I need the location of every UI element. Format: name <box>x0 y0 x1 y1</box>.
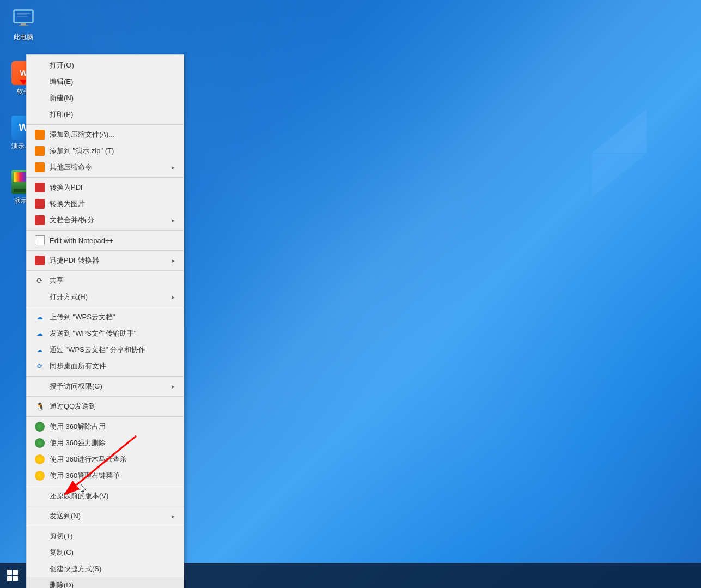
menu-to-pdf-label: 转换为PDF <box>50 183 176 192</box>
menu-add-zip-demo[interactable]: 添加到 "演示.zip" (T) <box>27 143 184 159</box>
sep10 <box>27 486 184 486</box>
svg-rect-10 <box>7 570 12 575</box>
pdf-icon-3 <box>34 215 45 226</box>
menu-360-manage[interactable]: 使用 360管理右键菜单 <box>27 468 184 484</box>
menu-send-to-label: 发送到(N) <box>50 511 170 521</box>
zip-icon-2 <box>34 146 45 156</box>
menu-add-zip[interactable]: 添加到压缩文件(A)... <box>27 126 184 143</box>
sync-icon: ⟳ <box>34 361 45 372</box>
menu-share-label: 共享 <box>50 276 176 286</box>
menu-share-wps[interactable]: ☁ 通过 "WPS云文档" 分享和协作 <box>27 342 184 358</box>
notepad-icon <box>34 235 45 246</box>
wps-cloud-icon-1: ☁ <box>34 312 45 323</box>
menu-copy-label: 复制(C) <box>50 548 176 557</box>
menu-upload-wps[interactable]: ☁ 上传到 "WPS云文档" <box>27 309 184 325</box>
grant-arrow: ► <box>170 384 176 390</box>
menu-360-free[interactable]: 使用 360解除占用 <box>27 419 184 435</box>
menu-upload-wps-label: 上传到 "WPS云文档" <box>50 312 176 322</box>
zip-arrow: ► <box>170 165 176 171</box>
restore-icon <box>34 490 45 501</box>
send-to-icon <box>34 511 45 522</box>
menu-edit-label: 编辑(E) <box>50 77 176 87</box>
menu-open-with[interactable]: 打开方式(H) ► <box>27 289 184 305</box>
menu-to-img[interactable]: 转换为图片 <box>27 196 184 212</box>
menu-360-delete[interactable]: 使用 360强力删除 <box>27 435 184 451</box>
shortcut-icon <box>34 563 45 574</box>
menu-cut[interactable]: 剪切(T) <box>27 528 184 544</box>
menu-new[interactable]: 新建(N) <box>27 90 184 106</box>
menu-merge-split[interactable]: 文档合并/拆分 ► <box>27 212 184 228</box>
360-green-icon-1 <box>34 421 45 432</box>
menu-add-zip-label: 添加到压缩文件(A)... <box>50 130 176 140</box>
grant-access-icon <box>34 381 45 392</box>
this-pc-label: 此电脑 <box>14 33 33 42</box>
menu-open[interactable]: 打开(O) <box>27 57 184 74</box>
menu-merge-split-label: 文档合并/拆分 <box>50 215 170 225</box>
wps-cloud-icon-2: ☁ <box>34 328 45 339</box>
menu-send-to[interactable]: 发送到(N) ► <box>27 508 184 524</box>
delete-icon <box>34 580 45 588</box>
sep3 <box>27 230 184 231</box>
sep1 <box>27 124 184 125</box>
xunlei-icon <box>34 255 45 266</box>
menu-more-zip[interactable]: 其他压缩命令 ► <box>27 159 184 175</box>
start-button[interactable] <box>0 563 25 588</box>
svg-rect-12 <box>7 576 12 581</box>
menu-xunlei-label: 迅捷PDF转换器 <box>50 256 170 265</box>
menu-notepad[interactable]: Edit with Notepad++ <box>27 232 184 248</box>
menu-new-label: 新建(N) <box>50 93 176 103</box>
menu-new-icon <box>34 93 45 104</box>
menu-edit-icon <box>34 76 45 87</box>
360-yellow-icon-2 <box>34 470 45 481</box>
menu-sync-desktop[interactable]: ⟳ 同步桌面所有文件 <box>27 358 184 374</box>
menu-print[interactable]: 打印(P) <box>27 106 184 123</box>
menu-more-zip-label: 其他压缩命令 <box>50 162 170 172</box>
menu-to-pdf[interactable]: 转换为PDF <box>27 179 184 196</box>
desktop: 此电脑 W 软件 W 演示.d... <box>0 0 701 588</box>
menu-open-with-label: 打开方式(H) <box>50 292 170 302</box>
pdf-icon-2 <box>34 198 45 209</box>
sep6 <box>27 307 184 307</box>
menu-send-wps[interactable]: ☁ 发送到 "WPS文件传输助手" <box>27 325 184 342</box>
sep8 <box>27 396 184 397</box>
pdf-icon-1 <box>34 182 45 193</box>
menu-xunlei[interactable]: 迅捷PDF转换器 ► <box>27 252 184 269</box>
menu-to-img-label: 转换为图片 <box>50 199 176 209</box>
menu-360-manage-label: 使用 360管理右键菜单 <box>50 471 176 481</box>
menu-grant-access-label: 授予访问权限(G) <box>50 381 170 391</box>
menu-share[interactable]: ⟳ 共享 <box>27 272 184 289</box>
menu-delete-label: 删除(D) <box>50 580 176 588</box>
sep9 <box>27 416 184 417</box>
menu-delete[interactable]: 删除(D) <box>27 577 184 588</box>
merge-arrow: ► <box>170 217 176 223</box>
menu-add-zip-demo-label: 添加到 "演示.zip" (T) <box>50 146 176 156</box>
sep2 <box>27 177 184 178</box>
menu-360-scan[interactable]: 使用 360进行木马云查杀 <box>27 451 184 468</box>
menu-360-free-label: 使用 360解除占用 <box>50 422 176 432</box>
menu-create-shortcut-label: 创建快捷方式(S) <box>50 564 176 574</box>
menu-create-shortcut[interactable]: 创建快捷方式(S) <box>27 561 184 577</box>
copy-icon <box>34 547 45 558</box>
zip-icon-3 <box>34 162 45 173</box>
svg-rect-6 <box>21 23 26 25</box>
svg-rect-7 <box>19 25 28 26</box>
menu-send-wps-label: 发送到 "WPS文件传输助手" <box>50 329 176 338</box>
svg-rect-11 <box>13 570 18 575</box>
cut-icon <box>34 531 45 542</box>
menu-open-label: 打开(O) <box>50 60 176 70</box>
menu-360-delete-label: 使用 360强力删除 <box>50 438 176 448</box>
svg-rect-13 <box>13 576 18 581</box>
sep7 <box>27 376 184 377</box>
menu-edit[interactable]: 编辑(E) <box>27 74 184 90</box>
zip-icon-1 <box>34 129 45 140</box>
menu-grant-access[interactable]: 授予访问权限(G) ► <box>27 378 184 395</box>
desktop-icon-this-pc[interactable]: 此电脑 <box>4 4 42 44</box>
windows-logo <box>7 569 19 581</box>
menu-restore[interactable]: 还原以前的版本(V) <box>27 488 184 504</box>
open-with-icon <box>34 292 45 302</box>
menu-copy[interactable]: 复制(C) <box>27 544 184 561</box>
computer-icon <box>11 7 35 31</box>
menu-notepad-label: Edit with Notepad++ <box>50 237 176 245</box>
menu-send-qq[interactable]: 🐧 通过QQ发送到 <box>27 398 184 415</box>
sep4 <box>27 250 184 251</box>
